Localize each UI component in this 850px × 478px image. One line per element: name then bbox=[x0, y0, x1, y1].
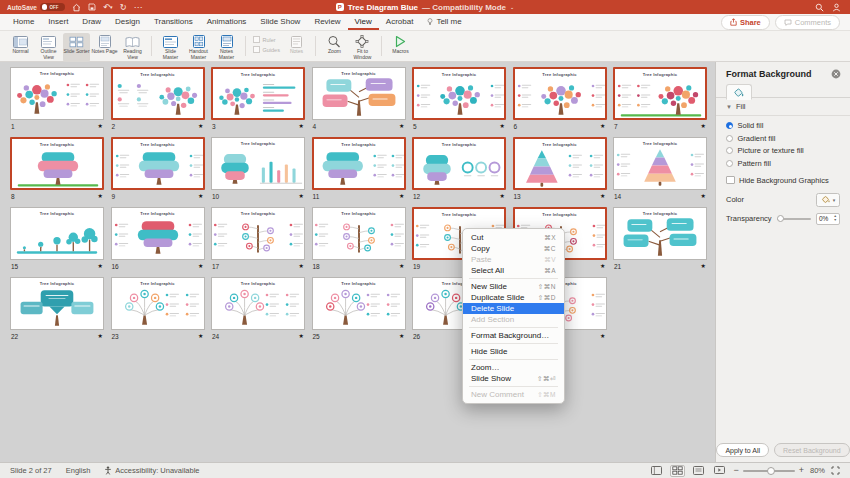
context-menu-add-section[interactable]: Add Section bbox=[463, 314, 564, 325]
comments-button[interactable]: Comments bbox=[775, 15, 840, 30]
context-menu-duplicate-slide[interactable]: Duplicate Slide⇧⌘D bbox=[463, 292, 564, 303]
handout-master-button[interactable]: Handout Master bbox=[185, 33, 212, 62]
slide-12-preview[interactable]: Tree Infographic bbox=[412, 137, 506, 190]
apply-to-all-button[interactable]: Apply to All bbox=[716, 443, 769, 457]
solid-fill-radio[interactable]: Solid fill bbox=[726, 121, 840, 130]
notes-button[interactable]: Notes bbox=[283, 33, 310, 62]
slide-thumbnail-6[interactable]: Tree Infographic6★ bbox=[513, 67, 607, 137]
macros-button[interactable]: Macros bbox=[387, 33, 414, 62]
context-menu-cut[interactable]: Cut⌘X bbox=[463, 232, 564, 243]
slide-indicator[interactable]: Slide 2 of 27 bbox=[10, 466, 52, 475]
slide-thumbnail-11[interactable]: Tree Infographic11★ bbox=[312, 137, 406, 207]
zoom-percentage[interactable]: 80% bbox=[810, 466, 825, 475]
menu-home[interactable]: Home bbox=[6, 15, 41, 30]
fit-slide-to-window-icon[interactable] bbox=[831, 466, 840, 475]
context-menu-paste[interactable]: Paste⌘V bbox=[463, 254, 564, 265]
context-menu-zoom-[interactable]: Zoom… bbox=[463, 362, 564, 373]
slide-thumbnail-15[interactable]: Tree Infographic15★ bbox=[10, 207, 104, 277]
color-picker-button[interactable]: ▾ bbox=[816, 193, 840, 207]
transparency-slider[interactable] bbox=[777, 218, 811, 220]
slide-thumbnail-25[interactable]: Tree Infographic25★ bbox=[312, 277, 406, 347]
accessibility-status[interactable]: Accessibility: Unavailable bbox=[104, 466, 199, 475]
menu-transitions[interactable]: Transitions bbox=[147, 15, 200, 30]
hide-background-graphics-checkbox[interactable]: Hide Background Graphics bbox=[726, 176, 840, 185]
autosave-toggle[interactable]: AutoSave OFF bbox=[7, 3, 65, 11]
context-menu-copy[interactable]: Copy⌘C bbox=[463, 243, 564, 254]
slide-thumbnail-4[interactable]: Tree Infographic4★ bbox=[312, 67, 406, 137]
panel-close-icon[interactable] bbox=[831, 69, 841, 79]
slide-thumbnail-21[interactable]: Tree Infographic21★ bbox=[613, 207, 707, 277]
slide-master-button[interactable]: Slide Master bbox=[157, 33, 184, 62]
slideshow-view-button[interactable] bbox=[712, 465, 727, 477]
context-menu-delete-slide[interactable]: Delete Slide bbox=[463, 303, 564, 314]
transparency-value[interactable]: 0% ▲▼ bbox=[816, 213, 840, 225]
slide-11-preview[interactable]: Tree Infographic bbox=[312, 137, 406, 190]
slide-thumbnail-10[interactable]: Tree Infographic10★ bbox=[211, 137, 305, 207]
slide-23-preview[interactable]: Tree Infographic bbox=[111, 277, 205, 330]
slide-5-preview[interactable]: Tree Infographic bbox=[412, 67, 506, 120]
slide-3-preview[interactable]: Tree Infographic bbox=[211, 67, 305, 120]
menu-draw[interactable]: Draw bbox=[75, 15, 108, 30]
slide-thumbnail-23[interactable]: Tree Infographic23★ bbox=[111, 277, 205, 347]
slide-thumbnail-14[interactable]: Tree Infographic14★ bbox=[613, 137, 707, 207]
context-menu-select-all[interactable]: Select All⌘A bbox=[463, 265, 564, 276]
slide-thumbnail-24[interactable]: Tree Infographic24★ bbox=[211, 277, 305, 347]
guides-checkbox[interactable]: Guides bbox=[253, 46, 280, 53]
picture-or-texture-fill-radio[interactable]: Picture or texture fill bbox=[726, 146, 840, 155]
slide-thumbnail-17[interactable]: Tree Infographic17★ bbox=[211, 207, 305, 277]
undo-icon[interactable]: ↶▾ bbox=[103, 3, 113, 12]
pattern-fill-radio[interactable]: Pattern fill bbox=[726, 159, 840, 168]
context-menu-slide-show[interactable]: Slide Show⇧⌘⏎ bbox=[463, 373, 564, 384]
zoom-slider-thumb[interactable] bbox=[767, 467, 775, 475]
context-menu-new-comment[interactable]: New Comment⇧⌘M bbox=[463, 389, 564, 400]
slide-thumbnail-13[interactable]: Tree Infographic13★ bbox=[513, 137, 607, 207]
language-indicator[interactable]: English bbox=[66, 466, 91, 475]
gradient-fill-radio[interactable]: Gradient fill bbox=[726, 134, 840, 143]
menu-animations[interactable]: Animations bbox=[200, 15, 254, 30]
redo-icon[interactable]: ↻ bbox=[120, 3, 127, 12]
slide-9-preview[interactable]: Tree Infographic bbox=[111, 137, 205, 190]
slide-sorter-canvas[interactable]: Tree Infographic1★Tree Infographic2★Tree… bbox=[0, 62, 715, 462]
slide-thumbnail-7[interactable]: Tree Infographic7★ bbox=[613, 67, 707, 137]
slide-10-preview[interactable]: Tree Infographic bbox=[211, 137, 305, 190]
slide-thumbnail-9[interactable]: Tree Infographic9★ bbox=[111, 137, 205, 207]
search-icon[interactable] bbox=[815, 3, 824, 12]
slide-18-preview[interactable]: Tree Infographic bbox=[312, 207, 406, 260]
menu-review[interactable]: Review bbox=[307, 15, 347, 30]
slide-17-preview[interactable]: Tree Infographic bbox=[211, 207, 305, 260]
slide-thumbnail-22[interactable]: Tree Infographic22★ bbox=[10, 277, 104, 347]
normal-button[interactable]: Normal bbox=[7, 33, 34, 62]
reading-view-button[interactable]: Reading View bbox=[119, 33, 146, 62]
ruler-checkbox[interactable]: Ruler bbox=[253, 36, 280, 43]
menu-slide-show[interactable]: Slide Show bbox=[253, 15, 307, 30]
slide-thumbnail-18[interactable]: Tree Infographic18★ bbox=[312, 207, 406, 277]
context-menu-format-background-[interactable]: Format Background… bbox=[463, 330, 564, 341]
zoom-button[interactable]: Zoom bbox=[321, 33, 348, 62]
slide-thumbnail-16[interactable]: Tree Infographic16★ bbox=[111, 207, 205, 277]
menu-insert[interactable]: Insert bbox=[41, 15, 75, 30]
notes-master-button[interactable]: Notes Master bbox=[213, 33, 240, 62]
reset-background-button[interactable]: Reset Background bbox=[774, 443, 850, 457]
slide-15-preview[interactable]: Tree Infographic bbox=[10, 207, 104, 260]
slide-14-preview[interactable]: Tree Infographic bbox=[613, 137, 707, 190]
save-icon[interactable] bbox=[88, 3, 96, 11]
zoom-slider[interactable] bbox=[743, 470, 795, 472]
slide-thumbnail-2[interactable]: Tree Infographic2★ bbox=[111, 67, 205, 137]
contact-icon[interactable] bbox=[832, 3, 841, 12]
slide-24-preview[interactable]: Tree Infographic bbox=[211, 277, 305, 330]
context-menu-hide-slide[interactable]: Hide Slide bbox=[463, 346, 564, 357]
slide-6-preview[interactable]: Tree Infographic bbox=[513, 67, 607, 120]
slide-22-preview[interactable]: Tree Infographic bbox=[10, 277, 104, 330]
slide-13-preview[interactable]: Tree Infographic bbox=[513, 137, 607, 190]
home-icon[interactable] bbox=[72, 3, 81, 12]
zoom-out-button[interactable]: − bbox=[733, 466, 738, 475]
notes-page-button[interactable]: Notes Page bbox=[91, 33, 118, 62]
slide-16-preview[interactable]: Tree Infographic bbox=[111, 207, 205, 260]
slide-4-preview[interactable]: Tree Infographic bbox=[312, 67, 406, 120]
menu-view[interactable]: View bbox=[348, 15, 379, 30]
context-menu-new-slide[interactable]: New Slide⇧⌘N bbox=[463, 281, 564, 292]
slide-thumbnail-5[interactable]: Tree Infographic5★ bbox=[412, 67, 506, 137]
zoom-in-button[interactable]: + bbox=[799, 466, 804, 475]
slide-2-preview[interactable]: Tree Infographic bbox=[111, 67, 205, 120]
menu-acrobat[interactable]: Acrobat bbox=[379, 15, 421, 30]
